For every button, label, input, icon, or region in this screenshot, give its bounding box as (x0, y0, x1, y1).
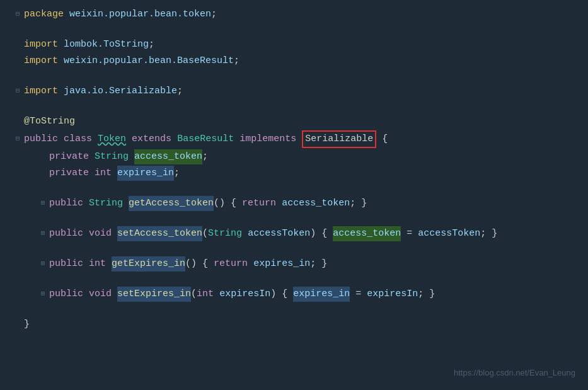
fold-icon-getter1[interactable]: ⊞ (38, 198, 48, 209)
keyword-public2: public (49, 196, 83, 211)
keyword-return1: return (242, 196, 276, 211)
line-import2: import weixin.popular.bean.BaseResult ; (0, 53, 588, 69)
keyword-public3: public (49, 226, 83, 241)
var-expires-in1: expires_in (253, 256, 310, 272)
var-access-token1: access_token (282, 196, 350, 211)
fold-icon-getter2[interactable]: ⊞ (38, 258, 48, 270)
keyword-return2: return (214, 256, 248, 272)
annotation-symbol: @ToString (24, 114, 75, 129)
keyword-import2: import (24, 54, 58, 69)
keyword-import3: import (24, 84, 58, 99)
var-accesstoken2: accessToken (418, 226, 480, 241)
keyword-class: class (64, 132, 92, 147)
field-access-token: access_token (134, 149, 202, 164)
keyword-public5: public (49, 287, 83, 302)
field-expires-in2: expires_in (293, 287, 350, 302)
line-import1: import lombok.ToString ; (0, 37, 588, 53)
keyword-private2: private (49, 166, 89, 181)
keyword-package: package (24, 7, 64, 22)
keyword-private1: private (49, 149, 89, 164)
blank-line4 (0, 181, 588, 195)
keyword-int2: int (89, 256, 106, 272)
line-setter2: ⊞ public void setExpires_in ( int expire… (0, 286, 588, 302)
blank-line3 (0, 100, 588, 113)
import-path3: java.io.Serializable (64, 84, 177, 99)
fold-icon-package[interactable]: ⊟ (13, 9, 23, 20)
keyword-void2: void (89, 287, 112, 302)
type-string3: String (208, 226, 242, 241)
fold-icon-setter1[interactable]: ⊞ (38, 228, 48, 239)
fold-icon-class[interactable]: ⊟ (13, 134, 23, 145)
serializable-highlighted: Serializable (302, 130, 376, 148)
blank-line7 (0, 272, 588, 286)
param-expiresin: expiresIn (219, 287, 270, 302)
code-editor: ⊟ package weixin.popular.bean.token ; im… (0, 0, 588, 390)
type-string2: String (89, 196, 123, 211)
param-accesstoken: accessToken (248, 226, 310, 241)
line-import3: ⊟ import java.io.Serializable ; (0, 83, 588, 100)
fold-icon-setter2[interactable]: ⊞ (38, 289, 48, 300)
keyword-extends: extends (132, 132, 171, 147)
blank-line8 (0, 302, 588, 316)
line-classdef: ⊟ public class Token extends BaseResult … (0, 130, 588, 149)
keyword-public: public (24, 132, 58, 147)
line-closebrace: } (0, 316, 588, 333)
keyword-void1: void (89, 226, 112, 241)
class-baseresult: BaseResult (177, 132, 234, 147)
line-setter1: ⊞ public void setAccess_token ( String a… (0, 226, 588, 242)
line-field1: private String access_token ; (0, 149, 588, 165)
keyword-public4: public (49, 256, 83, 272)
line-field2: private int expires_in ; (0, 165, 588, 181)
blank-line6 (0, 242, 588, 256)
field-access-token2: access_token (333, 226, 401, 241)
fold-icon-import3[interactable]: ⊟ (13, 86, 23, 97)
package-path: weixin.popular.bean.token (69, 7, 211, 22)
blank-line (0, 23, 588, 37)
line-annotation: @ToString (0, 113, 588, 130)
blank-line5 (0, 212, 588, 226)
method-getaccess: getAccess_token (129, 196, 214, 211)
keyword-implements: implements (239, 132, 296, 147)
keyword-int: int (95, 166, 112, 181)
blank-line2 (0, 69, 588, 83)
close-brace: } (24, 317, 30, 332)
watermark: https://blog.csdn.net/Evan_Leung (454, 368, 575, 377)
line-package: ⊟ package weixin.popular.bean.token ; (0, 6, 588, 23)
keyword-import1: import (24, 37, 58, 52)
line-getter2: ⊞ public int getExpires_in () { return e… (0, 256, 588, 272)
method-getexpires: getExpires_in (112, 256, 185, 272)
import-path2: weixin.popular.bean.BaseResult (64, 54, 234, 69)
line-getter1: ⊞ public String getAccess_token () { ret… (0, 195, 588, 212)
field-expires-in: expires_in (117, 166, 174, 181)
method-setexpires: setExpires_in (117, 287, 191, 302)
var-expiresin2: expiresIn (367, 287, 418, 302)
import-path1: lombok.ToString (64, 37, 149, 52)
method-setaccess: setAccess_token (117, 226, 202, 241)
type-string1: String (95, 149, 129, 164)
class-token: Token (98, 132, 126, 147)
keyword-int3: int (197, 287, 214, 302)
